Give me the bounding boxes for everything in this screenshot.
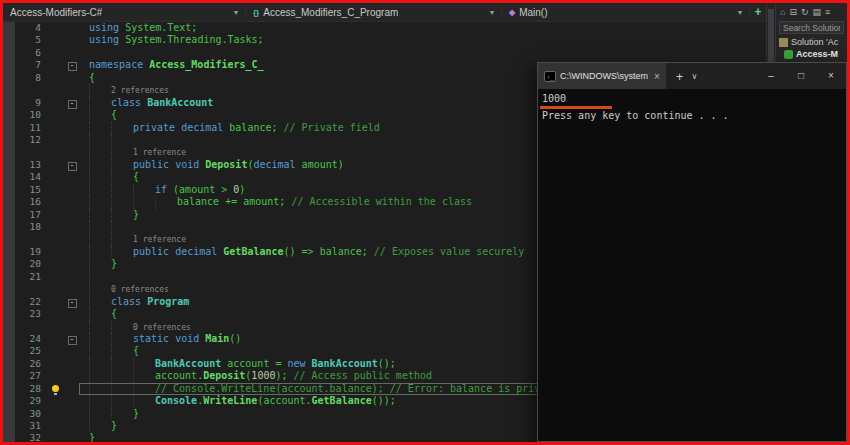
breakpoint-margin[interactable] [3, 22, 15, 34]
breakpoint-margin[interactable] [3, 109, 15, 121]
breakpoint-margin[interactable] [3, 184, 15, 196]
solution-icon [779, 38, 788, 47]
indent-guide [111, 246, 133, 258]
fold-collapse-icon[interactable]: - [68, 62, 77, 71]
breadcrumb-segment-2[interactable]: {}Access_Modifiers_C_Program▾ [246, 3, 502, 21]
indent-guide [89, 258, 111, 270]
breakpoint-margin[interactable] [3, 72, 15, 84]
fold-margin [65, 196, 79, 208]
breadcrumb-segment-3[interactable]: ◆Main()▾ [502, 3, 750, 21]
collapse-all-icon[interactable]: ⊟ [789, 7, 797, 17]
breakpoint-margin[interactable] [3, 221, 15, 233]
breakpoint-margin[interactable] [3, 321, 15, 333]
codelens-references[interactable]: 2 references [111, 86, 169, 95]
breakpoint-margin[interactable] [3, 209, 15, 221]
codelens-references[interactable]: 0 references [111, 285, 169, 294]
window-controls: –□× [756, 63, 846, 89]
token: ); [275, 370, 293, 381]
breakpoint-margin[interactable] [3, 196, 15, 208]
code-line[interactable]: 4using System.Text; [3, 22, 766, 34]
glyph-margin [47, 72, 65, 84]
token: Main [199, 333, 229, 344]
codelens-references[interactable]: 0 references [133, 323, 191, 332]
files-icon[interactable]: ▤ [813, 7, 822, 17]
breakpoint-margin[interactable] [3, 159, 15, 171]
breakpoint-margin[interactable] [3, 47, 15, 59]
line-number: 16 [15, 196, 47, 208]
line-number: 10 [15, 109, 47, 121]
breakpoint-margin[interactable] [3, 383, 15, 395]
line-number: 9 [15, 97, 47, 109]
refresh-icon[interactable]: ↻ [801, 7, 809, 17]
token: // Exposes value securely [374, 246, 525, 257]
fold-margin [65, 84, 79, 96]
breakpoint-margin[interactable] [3, 271, 15, 283]
breakpoint-margin[interactable] [3, 146, 15, 158]
home-icon[interactable]: ⌂ [780, 7, 785, 17]
tab-dropdown-icon[interactable]: ∨ [691, 72, 697, 81]
token: class [111, 97, 141, 108]
fold-collapse-icon[interactable]: - [68, 162, 77, 171]
breadcrumb-segment-1[interactable]: Access-Modifiers-C#▾ [3, 3, 246, 21]
codelens-references[interactable]: 1 reference [133, 148, 186, 157]
tab-close-icon[interactable]: × [654, 71, 660, 82]
quick-action-lightbulb-icon[interactable] [52, 385, 59, 392]
fold-margin: - [65, 97, 79, 109]
breakpoint-margin[interactable] [3, 246, 15, 258]
token: BankAccount [141, 97, 213, 108]
fold-margin [65, 22, 79, 34]
console-output[interactable]: 1000 Press any key to continue . . . [538, 89, 846, 126]
search-input[interactable] [779, 21, 844, 34]
maximize-button[interactable]: □ [786, 63, 816, 89]
token: // Console.WriteLine(account.balance); /… [155, 383, 558, 394]
minimize-button[interactable]: – [756, 63, 786, 89]
more-options-icon[interactable]: ≡ [825, 7, 830, 17]
breakpoint-margin[interactable] [3, 34, 15, 46]
class-braces-icon: {} [253, 8, 259, 17]
breakpoint-margin[interactable] [3, 171, 15, 183]
code-line[interactable]: 5using System.Threading.Tasks; [3, 34, 766, 46]
console-tab[interactable]: ›_ C:\WINDOWS\system3 × [538, 63, 666, 89]
breakpoint-margin[interactable] [3, 308, 15, 320]
console-titlebar[interactable]: ›_ C:\WINDOWS\system3 × + ∨ –□× [538, 63, 846, 89]
breakpoint-margin[interactable] [3, 134, 15, 146]
breakpoint-margin[interactable] [3, 420, 15, 432]
breakpoint-margin[interactable] [3, 283, 15, 295]
fold-margin [65, 47, 79, 59]
line-number [15, 84, 47, 96]
indent-guide [111, 358, 133, 370]
breakpoint-margin[interactable] [3, 358, 15, 370]
breakpoint-margin[interactable] [3, 432, 15, 442]
glyph-margin [47, 345, 65, 357]
fold-collapse-icon[interactable]: - [68, 299, 77, 308]
indent-guide [111, 233, 133, 245]
tree-item[interactable]: Solution 'Ac [776, 36, 847, 48]
breakpoint-margin[interactable] [3, 59, 15, 71]
indent-guide [89, 271, 111, 283]
code-line[interactable]: 6 [3, 47, 766, 59]
new-tab-button[interactable]: + [676, 69, 684, 84]
glyph-margin [47, 221, 65, 233]
tree-item[interactable]: Access-M [776, 48, 847, 60]
breakpoint-margin[interactable] [3, 370, 15, 382]
breakpoint-margin[interactable] [3, 333, 15, 345]
line-number: 25 [15, 345, 47, 357]
codelens-references[interactable]: 1 reference [133, 235, 186, 244]
breakpoint-margin[interactable] [3, 122, 15, 134]
breakpoint-margin[interactable] [3, 395, 15, 407]
console-window[interactable]: ›_ C:\WINDOWS\system3 × + ∨ –□× 1000 Pre… [537, 62, 847, 442]
breakpoint-margin[interactable] [3, 345, 15, 357]
add-icon[interactable]: + [750, 3, 766, 21]
line-number: 20 [15, 258, 47, 270]
breakpoint-margin[interactable] [3, 233, 15, 245]
close-button[interactable]: × [816, 63, 846, 89]
fold-collapse-icon[interactable]: - [68, 100, 77, 109]
breakpoint-margin[interactable] [3, 84, 15, 96]
breakpoint-margin[interactable] [3, 97, 15, 109]
glyph-margin [47, 321, 65, 333]
fold-collapse-icon[interactable]: - [68, 336, 77, 345]
breakpoint-margin[interactable] [3, 296, 15, 308]
breakpoint-margin[interactable] [3, 258, 15, 270]
indent-guide [111, 122, 133, 134]
breakpoint-margin[interactable] [3, 408, 15, 420]
